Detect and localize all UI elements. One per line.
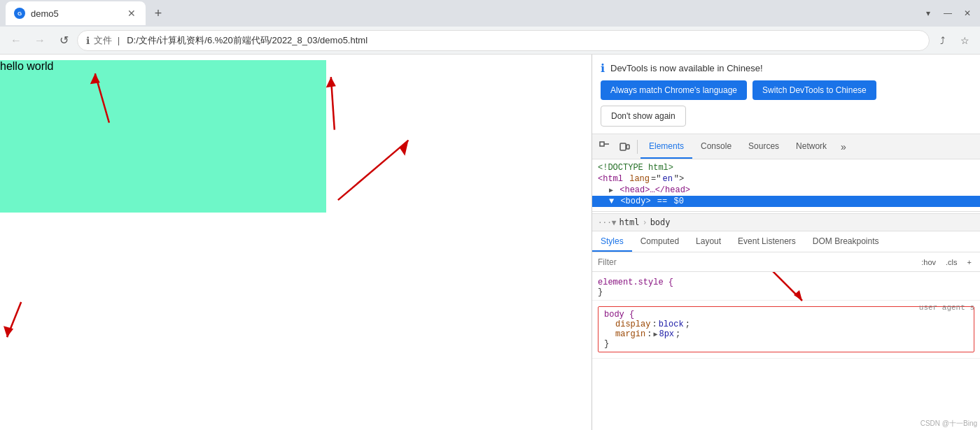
switch-chinese-button[interactable]: Switch DevTools to Chinese [752,80,876,100]
body-highlighted-rule: body { display : block ; margin : ▶ [598,306,974,352]
lang-attr: lang [629,174,650,184]
margin-property: margin [604,329,645,339]
back-button[interactable]: ← [6,30,27,51]
tab-styles[interactable]: Styles [592,231,632,252]
nav-bar: ← → ↺ ℹ 文件 | D:/文件/计算机资料/6.%20前端代码/2022_… [0,27,980,55]
body-selector: body { [604,310,634,320]
forward-button[interactable]: → [29,30,50,51]
tree-line-html[interactable]: <html lang="en"> [592,173,980,185]
display-value: block [659,320,684,329]
dom-divider [592,211,980,212]
devtools-toolbar: Elements Console Sources Network » [592,134,980,159]
close-button[interactable]: ✕ [960,6,974,20]
svg-text:G: G [18,10,22,17]
svg-line-8 [7,302,21,337]
hov-filter[interactable]: :hov [918,257,939,268]
user-agent-source: user agent s [919,303,974,312]
address-url: D:/文件/计算机资料/6.%20前端代码/2022_8_03/demo5.ht… [127,34,920,47]
html-tag: <html [598,174,628,184]
element-style-close: } [598,287,603,297]
svg-line-6 [338,141,409,201]
elements-panel: <!DOCTYPE html> <html lang="en"> ▶ <head… [592,159,980,430]
reload-button[interactable]: ↺ [53,30,74,51]
cls-filter[interactable]: .cls [943,257,960,268]
devtools-banner: ℹ DevTools is now available in Chinese! … [592,55,980,134]
tab-network[interactable]: Network [788,134,835,159]
tab-layout[interactable]: Layout [687,231,729,252]
tab-title: demo5 [31,8,120,19]
tree-line-head[interactable]: ▶ <head>…</head> [592,185,980,196]
address-separator: | [118,36,120,45]
tab-console[interactable]: Console [692,134,740,159]
active-tab[interactable]: G demo5 ✕ [6,1,146,25]
html-tree: <!DOCTYPE html> <html lang="en"> ▶ <head… [592,159,980,210]
content-area: hello world [0,55,980,430]
banner-info-icon: ℹ [601,62,605,75]
svg-rect-15 [626,145,629,149]
tab-favicon: G [14,8,25,19]
element-style-rule: element.style { } [592,275,980,301]
tree-line-body[interactable]: ▼ <body> == $0 [592,196,980,207]
filter-actions: :hov .cls + [918,257,974,268]
dont-show-again-button[interactable]: Don't show again [601,106,686,127]
breadcrumb-bar: ···▼ html › body [592,213,980,231]
svg-marker-7 [399,141,408,156]
maximize-button[interactable]: — [941,6,955,20]
styles-subtabs: Styles Computed Layout Event Listeners D… [592,231,980,252]
tab-elements[interactable]: Elements [640,134,692,159]
tab-sources[interactable]: Sources [740,134,788,159]
tab-bar: G demo5 ✕ + ▾ — ✕ [0,0,980,27]
breadcrumb-body[interactable]: body [650,217,671,227]
svg-marker-5 [326,77,336,87]
window-controls: ▾ — ✕ [921,6,974,20]
banner-message: DevTools is now available in Chinese! [610,63,763,73]
green-box [0,60,326,213]
filter-bar: :hov .cls + [592,252,980,272]
browser-window: G demo5 ✕ + ▾ — ✕ ← → ↺ ℹ 文件 | D:/文件/计算机… [0,0,980,430]
nav-actions: ⤴ ☆ [932,31,974,50]
body-close-brace: } [604,339,609,349]
element-style-selector: element.style { [598,278,673,287]
margin-value: 8px [659,329,674,339]
css-rules-panel: element.style { } user agent s body { di… [592,272,980,430]
address-bar[interactable]: ℹ 文件 | D:/文件/计算机资料/6.%20前端代码/2022_8_03/d… [77,30,930,51]
toolbar-separator [637,140,638,154]
tab-dom-breakpoints[interactable]: DOM Breakpoints [804,231,888,252]
hello-text: hello world [0,60,53,73]
address-info-icon: ℹ [86,35,90,46]
svg-marker-9 [4,326,13,337]
devtools-tabs: Elements Console Sources Network » [640,134,977,159]
csdn-watermark: CSDN @十一Bing [920,419,977,429]
breadcrumb-html[interactable]: html [620,217,640,227]
share-button[interactable]: ⤴ [932,31,952,50]
device-toolbar-button[interactable] [615,137,634,157]
element-picker-button[interactable] [595,137,615,157]
svg-rect-14 [620,143,626,150]
new-tab-button[interactable]: + [148,3,168,23]
match-language-button[interactable]: Always match Chrome's language [601,80,747,100]
margin-triangle[interactable]: ▶ [653,330,657,338]
body-rule-block: user agent s body { display : block ; ma… [592,301,980,359]
devtools-panel: ℹ DevTools is now available in Chinese! … [592,55,980,430]
filter-input[interactable] [598,257,918,267]
doctype-text: <!DOCTYPE html> [598,163,673,173]
address-label: 文件 [94,34,112,47]
dots-indicator: ···▼ [598,218,617,227]
minimize-button[interactable]: ▾ [921,6,935,20]
more-tabs-button[interactable]: » [835,141,852,152]
display-property: display [604,320,650,329]
tab-close-button[interactable]: ✕ [126,6,137,20]
tab-computed[interactable]: Computed [632,231,687,252]
add-style[interactable]: + [965,257,974,268]
tree-line-doctype[interactable]: <!DOCTYPE html> [592,162,980,173]
svg-line-4 [331,77,335,129]
tab-event-listeners[interactable]: Event Listeners [729,231,804,252]
page-content: hello world [0,55,592,430]
svg-rect-12 [600,142,604,146]
banner-buttons: Always match Chrome's language Switch De… [601,80,972,100]
bookmark-button[interactable]: ☆ [955,31,974,50]
